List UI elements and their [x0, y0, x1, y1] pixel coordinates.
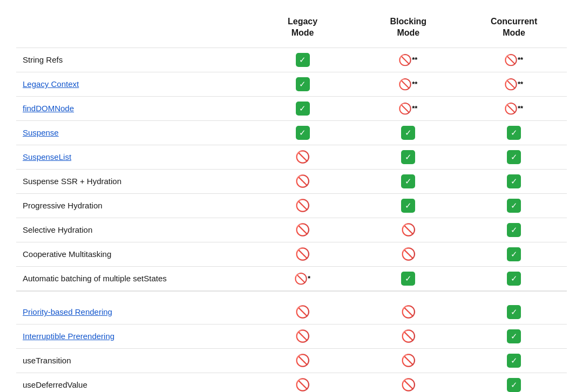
main-container: Legacy Mode Blocking Mode Concurrent Mod… — [0, 0, 583, 392]
legacy-cell: 🚫 — [250, 193, 356, 218]
concurrent-cell: 🚫** — [461, 72, 567, 96]
feature-name-cell: useTransition — [16, 348, 250, 373]
legacy-cell: 🚫 — [250, 300, 356, 325]
blocking-cell: 🚫** — [355, 72, 461, 96]
no-double-icon: 🚫** — [399, 103, 417, 114]
check-icon: ✓ — [507, 247, 521, 261]
concurrent-cell: ✓ — [461, 300, 567, 325]
legacy-cell: 🚫 — [250, 348, 356, 373]
blocking-cell: 🚫 — [355, 373, 461, 392]
check-icon: ✓ — [507, 272, 521, 286]
no-icon: 🚫 — [296, 378, 310, 392]
feature-link[interactable]: Suspense — [23, 128, 59, 137]
spacer-row — [16, 291, 567, 300]
feature-name-cell: Interruptible Prerendering — [16, 324, 250, 348]
no-icon: 🚫 — [296, 354, 310, 368]
table-row: findDOMNode✓🚫**🚫** — [16, 96, 567, 120]
no-icon: 🚫 — [401, 247, 415, 261]
blocking-cell: 🚫 — [355, 242, 461, 266]
table-row: String Refs✓🚫**🚫** — [16, 48, 567, 72]
no-icon: 🚫 — [401, 329, 415, 343]
check-icon: ✓ — [507, 329, 521, 343]
blocking-cell: 🚫** — [355, 48, 461, 72]
check-icon: ✓ — [507, 126, 521, 140]
blocking-cell: ✓ — [355, 145, 461, 169]
check-icon: ✓ — [401, 272, 415, 286]
feature-link[interactable]: Interruptible Prerendering — [23, 332, 114, 341]
concurrent-cell: ✓ — [461, 242, 567, 266]
feature-name-cell: Suspense SSR + Hydration — [16, 169, 250, 193]
check-icon: ✓ — [296, 53, 310, 67]
feature-link[interactable]: SuspenseList — [23, 152, 71, 161]
feature-name-cell: Legacy Context — [16, 72, 250, 96]
legacy-cell: ✓ — [250, 120, 356, 145]
no-icon: 🚫 — [296, 199, 310, 213]
concurrent-cell: ✓ — [461, 169, 567, 193]
check-icon: ✓ — [507, 354, 521, 368]
concurrent-cell: 🚫** — [461, 96, 567, 120]
concurrent-cell: ✓ — [461, 145, 567, 169]
concurrent-cell: ✓ — [461, 193, 567, 218]
concurrent-cell: ✓ — [461, 324, 567, 348]
check-icon: ✓ — [401, 174, 415, 188]
blocking-cell: ✓ — [355, 193, 461, 218]
check-icon: ✓ — [507, 150, 521, 164]
concurrent-cell: ✓ — [461, 120, 567, 145]
table-row: Selective Hydration🚫🚫✓ — [16, 218, 567, 242]
legacy-cell: 🚫* — [250, 266, 356, 291]
feature-name-cell: Progressive Hydration — [16, 193, 250, 218]
check-icon: ✓ — [296, 126, 310, 140]
check-icon: ✓ — [507, 378, 521, 392]
header-legacy: Legacy Mode — [250, 11, 356, 48]
header-blocking: Blocking Mode — [355, 11, 461, 48]
feature-name-cell: Selective Hydration — [16, 218, 250, 242]
table-row: Suspense✓✓✓ — [16, 120, 567, 145]
table-row: SuspenseList🚫✓✓ — [16, 145, 567, 169]
legacy-cell: 🚫 — [250, 169, 356, 193]
concurrent-cell: ✓ — [461, 373, 567, 392]
feature-link[interactable]: Legacy Context — [23, 79, 79, 89]
concurrent-cell: ✓ — [461, 266, 567, 291]
table-row: useDeferredValue🚫🚫✓ — [16, 373, 567, 392]
table-row: Legacy Context✓🚫**🚫** — [16, 72, 567, 96]
table-row: useTransition🚫🚫✓ — [16, 348, 567, 373]
blocking-cell: 🚫 — [355, 324, 461, 348]
check-icon: ✓ — [401, 199, 415, 213]
comparison-table: Legacy Mode Blocking Mode Concurrent Mod… — [16, 11, 567, 392]
legacy-cell: ✓ — [250, 48, 356, 72]
no-icon: 🚫 — [296, 174, 310, 188]
legacy-cell: ✓ — [250, 96, 356, 120]
header-concurrent: Concurrent Mode — [461, 11, 567, 48]
table-row: Interruptible Prerendering🚫🚫✓ — [16, 324, 567, 348]
check-icon: ✓ — [296, 77, 310, 91]
no-icon: 🚫 — [401, 305, 415, 319]
no-icon: 🚫 — [296, 247, 310, 261]
concurrent-cell: 🚫** — [461, 48, 567, 72]
feature-name-cell: findDOMNode — [16, 96, 250, 120]
feature-name-cell: useDeferredValue — [16, 373, 250, 392]
legacy-cell: 🚫 — [250, 242, 356, 266]
no-icon: 🚫 — [296, 305, 310, 319]
blocking-cell: 🚫 — [355, 300, 461, 325]
feature-link[interactable]: findDOMNode — [23, 104, 74, 113]
feature-name-cell: Automatic batching of multiple setStates — [16, 266, 250, 291]
table-row: Priority-based Rendering🚫🚫✓ — [16, 300, 567, 325]
no-double-icon: 🚫** — [505, 54, 523, 66]
blocking-cell: 🚫** — [355, 96, 461, 120]
no-icon: 🚫 — [296, 150, 310, 164]
table-row: Suspense SSR + Hydration🚫✓✓ — [16, 169, 567, 193]
header-feature — [16, 11, 250, 48]
legacy-cell: 🚫 — [250, 373, 356, 392]
blocking-cell: ✓ — [355, 266, 461, 291]
no-star-icon: 🚫* — [295, 273, 310, 285]
table-row: Cooperative Multitasking🚫🚫✓ — [16, 242, 567, 266]
blocking-cell: ✓ — [355, 120, 461, 145]
no-icon: 🚫 — [296, 223, 310, 237]
no-icon: 🚫 — [296, 329, 310, 343]
no-double-icon: 🚫** — [505, 78, 523, 90]
feature-link[interactable]: Priority-based Rendering — [23, 307, 112, 316]
feature-name-cell: Cooperative Multitasking — [16, 242, 250, 266]
concurrent-cell: ✓ — [461, 348, 567, 373]
blocking-cell: ✓ — [355, 169, 461, 193]
no-double-icon: 🚫** — [505, 103, 523, 114]
